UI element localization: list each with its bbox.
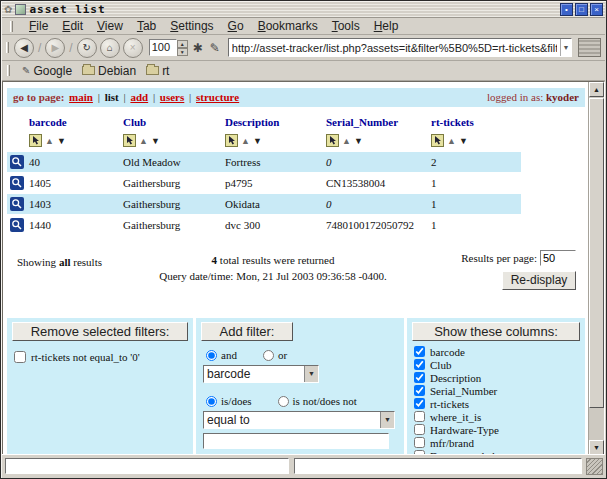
sort-desc-icon[interactable]: ▼ [459, 136, 468, 146]
menu-edit[interactable]: Edit [62, 19, 83, 33]
filter-icon[interactable] [225, 134, 238, 147]
total-text: total results were returned [220, 254, 335, 266]
column-checkbox-description[interactable] [414, 372, 425, 383]
column-header-barcode[interactable]: barcode [29, 116, 67, 128]
filter-field-select[interactable]: barcode ▼ [203, 365, 319, 383]
url-input[interactable] [229, 42, 560, 54]
nav-link-add[interactable]: add [130, 91, 148, 103]
menu-bookmarks[interactable]: Bookmarks [258, 19, 318, 33]
titlebar[interactable]: ✿ asset list • □ × [2, 2, 605, 18]
cell-rt-tickets: 1 [431, 194, 437, 214]
column-checkbox-hardware-type[interactable] [414, 424, 425, 435]
scroll-down-icon[interactable]: ▼ [589, 440, 604, 455]
filter-icon[interactable] [29, 134, 42, 147]
chevron-down-icon[interactable]: ▼ [304, 366, 318, 382]
toolbar-drag-handle[interactable] [6, 42, 9, 53]
menu-tab[interactable]: Tab [137, 19, 156, 33]
scrollbar-thumb[interactable] [589, 98, 604, 408]
sort-asc-icon[interactable]: ▲ [447, 136, 456, 146]
column-checkbox-rt-tickets[interactable] [414, 398, 425, 409]
column-option-label: rt-tickets [430, 398, 469, 410]
column-header-serial[interactable]: Serial_Number [326, 116, 398, 128]
sort-desc-icon[interactable]: ▼ [57, 136, 66, 146]
menu-file[interactable]: File [29, 19, 48, 33]
zoom-control: 100 ▲ ▼ [149, 39, 188, 56]
filter-value-input[interactable] [203, 433, 389, 449]
sort-desc-icon[interactable]: ▼ [354, 136, 363, 146]
resize-grip-icon[interactable] [586, 458, 603, 475]
url-dropdown-icon[interactable]: ▼ [560, 39, 571, 56]
filter-field-value: barcode [204, 367, 304, 381]
bookmark-folder-debian[interactable]: Debian [82, 64, 136, 78]
bookmark-google[interactable]: ✎ Google [22, 64, 72, 78]
forward-button[interactable]: ▶ [45, 38, 65, 58]
add-filter-button[interactable]: Add filter: [201, 322, 293, 341]
and-radio[interactable] [206, 350, 217, 361]
scroll-up-icon[interactable]: ▲ [589, 82, 604, 97]
close-button[interactable]: × [590, 3, 603, 16]
remove-filters-button[interactable]: Remove selected filters: [12, 322, 188, 341]
sort-asc-icon[interactable]: ▲ [45, 136, 54, 146]
menu-go[interactable]: Go [228, 19, 244, 33]
filter-operator-select[interactable]: equal to ▼ [203, 411, 395, 429]
minimize-button[interactable]: • [560, 3, 573, 16]
spin-up-icon[interactable]: ▲ [177, 40, 188, 48]
cell-serial: 7480100172050792 [326, 215, 414, 235]
view-asset-icon[interactable] [10, 155, 24, 169]
column-header-club[interactable]: Club [123, 116, 146, 128]
filter-icon[interactable] [431, 134, 444, 147]
sort-asc-icon[interactable]: ▲ [139, 136, 148, 146]
google-bookmark-icon: ✎ [22, 65, 30, 76]
home-button[interactable]: ⌂ [100, 38, 120, 58]
nav-link-structure[interactable]: structure [196, 91, 239, 103]
vertical-scrollbar[interactable]: ▲ ▼ [588, 82, 604, 455]
maximize-button[interactable]: □ [575, 3, 588, 16]
view-asset-icon[interactable] [10, 197, 24, 211]
menu-settings[interactable]: Settings [170, 19, 213, 33]
filter-icon[interactable] [326, 134, 339, 147]
back-button[interactable]: ◀ [14, 38, 34, 58]
remove-filters-panel: Remove selected filters: rt-tickets not … [7, 318, 193, 454]
column-checkbox-where-it-is[interactable] [414, 411, 425, 422]
sort-desc-icon[interactable]: ▼ [151, 136, 160, 146]
spin-down-icon[interactable]: ▼ [177, 48, 188, 56]
show-columns-button[interactable]: Show these columns: [412, 322, 580, 341]
menu-help[interactable]: Help [374, 19, 399, 33]
column-checkbox-mfr-brand[interactable] [414, 437, 425, 448]
column-header-rt-tickets[interactable]: rt-tickets [431, 116, 474, 128]
column-option: Description [414, 371, 581, 384]
zoom-value-field[interactable]: 100 [149, 39, 177, 56]
filter-icon[interactable] [123, 134, 136, 147]
menubar-drag-handle[interactable] [10, 21, 13, 32]
sort-asc-icon[interactable]: ▲ [342, 136, 351, 146]
is-does-radio[interactable] [206, 396, 217, 407]
nav-link-main[interactable]: main [69, 91, 93, 103]
menu-tools[interactable]: Tools [332, 19, 360, 33]
stop-button[interactable]: × [123, 38, 143, 58]
reload-button[interactable]: ↻ [77, 38, 97, 58]
filter-checkbox[interactable] [14, 351, 26, 363]
redisplay-button[interactable]: Re-display [502, 271, 576, 290]
column-header-description[interactable]: Description [225, 116, 279, 128]
view-asset-icon[interactable] [10, 176, 24, 190]
bookmarks-drag-handle[interactable] [7, 65, 10, 76]
nav-link-users[interactable]: users [160, 91, 184, 103]
is-not-radio[interactable] [278, 396, 289, 407]
asterisk-icon[interactable]: ✱ [191, 41, 205, 55]
results-per-page-input[interactable] [540, 250, 576, 266]
view-asset-icon[interactable] [10, 218, 24, 232]
bookmark-folder-rt[interactable]: rt [146, 64, 169, 78]
home-icon: ⌂ [107, 42, 113, 53]
sort-asc-icon[interactable]: ▲ [241, 136, 250, 146]
window-menu-icon[interactable]: ✿ [4, 4, 12, 16]
menu-view[interactable]: View [97, 19, 123, 33]
column-checkbox-barcode[interactable] [414, 346, 425, 357]
paintbrush-icon[interactable]: ✎ [208, 41, 222, 55]
column-checkbox-club[interactable] [414, 359, 425, 370]
column-checkbox-serial[interactable] [414, 385, 425, 396]
or-radio[interactable] [263, 350, 274, 361]
back-icon: ◀ [20, 42, 28, 53]
sort-desc-icon[interactable]: ▼ [253, 136, 262, 146]
is-not-label: is not/does not [293, 395, 357, 407]
chevron-down-icon[interactable]: ▼ [380, 412, 394, 428]
